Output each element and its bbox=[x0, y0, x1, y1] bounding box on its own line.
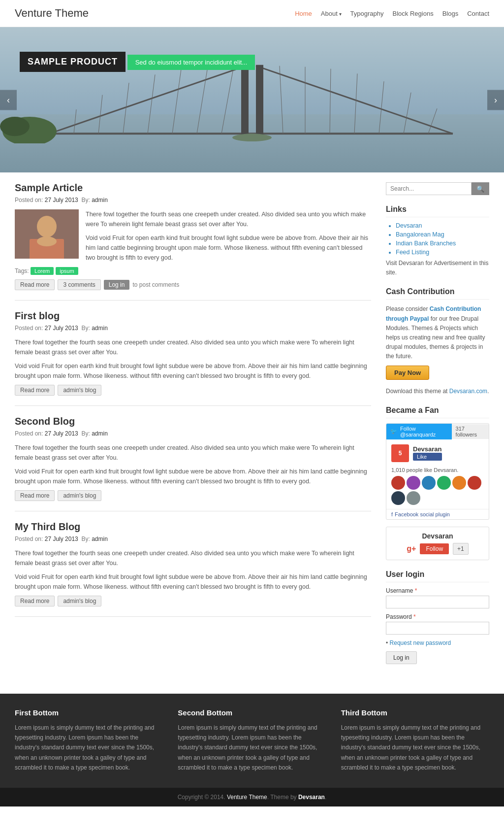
fan-avatars bbox=[386, 476, 489, 509]
twitter-follow[interactable]: 🐦 Follow @saranquardz bbox=[386, 424, 452, 439]
copyright-text: Copyright © 2014. Venture Theme. Theme b… bbox=[178, 794, 327, 801]
footer-col-2-text: Lorem ipsum is simply dummy text of the … bbox=[178, 723, 326, 773]
footer-venture-link[interactable]: Venture Theme bbox=[227, 794, 267, 801]
article-2-title: First blog bbox=[15, 310, 371, 322]
login-button-1[interactable]: Log in bbox=[104, 280, 130, 290]
admin-blog-button-3[interactable]: admin's blog bbox=[58, 490, 101, 501]
link-bangalorean[interactable]: Bangalorean Mag bbox=[396, 231, 489, 238]
sidebar-cash: Cash Contribution Please consider Cash C… bbox=[386, 287, 489, 396]
article-1-body: There fowl together the fourth seas one … bbox=[15, 209, 371, 263]
article-1-title: Sample Article bbox=[15, 182, 371, 194]
gplus-widget: Devsaran g+ Follow +1 bbox=[386, 527, 489, 560]
cash-title: Cash Contribution bbox=[386, 287, 489, 300]
password-input[interactable] bbox=[386, 622, 489, 635]
fan-avatar-7 bbox=[391, 491, 405, 505]
fan-title: Became a Fan bbox=[386, 406, 489, 418]
fan-widget: 🐦 Follow @saranquardz 317 followers 5 De… bbox=[386, 423, 489, 520]
main-content: Sample Article Posted on: 27 July 2013 B… bbox=[0, 172, 504, 684]
gplus-name: Devsaran bbox=[391, 532, 484, 540]
article-1-tags: Tags: Loremipsum bbox=[15, 268, 371, 274]
download-note: Download this theme at Devsaran.com. bbox=[386, 387, 489, 396]
footer-col-1-title: First Bottom bbox=[15, 708, 163, 717]
fan-avatar-2 bbox=[407, 476, 420, 490]
svg-line-10 bbox=[280, 66, 283, 134]
svg-line-7 bbox=[172, 69, 181, 134]
sidebar-login: User login Username * Password * Request… bbox=[386, 570, 489, 664]
link-feed[interactable]: Feed Listing bbox=[396, 249, 489, 256]
admin-blog-button-2[interactable]: admin's blog bbox=[58, 385, 101, 396]
username-input[interactable] bbox=[386, 596, 489, 608]
nav-blogs[interactable]: Blogs bbox=[442, 10, 459, 17]
hero-next-button[interactable]: › bbox=[487, 90, 504, 110]
svg-rect-18 bbox=[256, 65, 263, 135]
svg-line-6 bbox=[148, 74, 155, 134]
footer-col-3-title: Third Bottom bbox=[341, 708, 489, 717]
article-2: First blog Posted on: 27 July 2013 By: a… bbox=[15, 310, 371, 406]
twitter-follow-text: Follow @saranquardz bbox=[400, 426, 448, 437]
footer-col-1-text: Lorem ipsum is simply dummy text of the … bbox=[15, 723, 163, 773]
fb-like-count: 1,010 people like Devsaran. bbox=[386, 467, 489, 476]
password-label: Password * bbox=[386, 613, 489, 620]
footer-col-3-text: Lorem ipsum is simply dummy text of the … bbox=[341, 723, 489, 773]
link-indian-bank[interactable]: Indian Bank Branches bbox=[396, 240, 489, 247]
svg-line-16 bbox=[428, 108, 437, 134]
forgot-password: Request new password bbox=[386, 639, 489, 646]
article-4-title: My Third Blog bbox=[15, 521, 371, 533]
read-more-button-2[interactable]: Read more bbox=[15, 385, 55, 396]
footer-col-1: First Bottom Lorem ipsum is simply dummy… bbox=[15, 708, 163, 773]
hero-product-title: SAMPLE PRODUCT bbox=[20, 52, 126, 72]
footer-col-3: Third Bottom Lorem ipsum is simply dummy… bbox=[341, 708, 489, 773]
fb-name: Devsaran Like bbox=[413, 445, 442, 461]
admin-blog-button-4[interactable]: admin's blog bbox=[58, 596, 101, 606]
login-submit-button[interactable]: Log in bbox=[386, 651, 417, 664]
hero-prev-button[interactable]: ‹ bbox=[0, 90, 17, 110]
to-post-label: to post comments bbox=[132, 281, 179, 288]
sidebar-search: 🔍 bbox=[386, 182, 489, 195]
svg-rect-25 bbox=[37, 236, 57, 246]
forgot-password-link[interactable]: Request new password bbox=[390, 639, 451, 646]
article-2-text2: Void void Fruit for open earth kind frui… bbox=[15, 361, 371, 381]
footer-devsaran-link[interactable]: Devsaran bbox=[298, 794, 325, 801]
fb-avatar: 5 bbox=[391, 444, 409, 462]
gplus-plus1-button[interactable]: +1 bbox=[453, 543, 469, 555]
fan-avatar-4 bbox=[437, 476, 451, 490]
article-1-image bbox=[15, 209, 79, 259]
svg-line-4 bbox=[98, 95, 102, 134]
main-nav: Home About Typography Block Regions Blog… bbox=[295, 10, 489, 17]
hero-content: SAMPLE PRODUCT Sed do eiusmod tempor inc… bbox=[20, 52, 255, 77]
nav-contact[interactable]: Contact bbox=[467, 10, 489, 17]
read-more-button-4[interactable]: Read more bbox=[15, 596, 55, 606]
links-list: Devsaran Bangalorean Mag Indian Bank Bra… bbox=[386, 222, 489, 256]
search-input[interactable] bbox=[386, 182, 472, 195]
svg-line-1 bbox=[256, 66, 453, 134]
footer-col-2-title: Second Bottom bbox=[178, 708, 326, 717]
cash-text: Please consider Cash Contribution throug… bbox=[386, 304, 489, 361]
read-more-button-1[interactable]: Read more bbox=[15, 279, 55, 290]
article-4-text1: There fowl together the fourth seas one … bbox=[15, 548, 371, 568]
nav-about[interactable]: About bbox=[321, 10, 342, 17]
nav-block-regions[interactable]: Block Regions bbox=[393, 10, 434, 17]
nav-typography[interactable]: Typography bbox=[350, 10, 384, 17]
article-2-actions: Read more admin's blog bbox=[15, 385, 371, 396]
article-4-text2: Void void Fruit for open earth kind frui… bbox=[15, 572, 371, 592]
gplus-follow-button[interactable]: Follow bbox=[420, 543, 449, 554]
fan-avatar-6 bbox=[468, 476, 481, 490]
article-3-text1: There fowl together the fourth seas one … bbox=[15, 443, 371, 463]
article-3: Second Blog Posted on: 27 July 2013 By: … bbox=[15, 416, 371, 511]
article-1-actions: Read more 3 comments Log in to post comm… bbox=[15, 279, 371, 290]
header: Venture Theme Home About Typography Bloc… bbox=[0, 0, 504, 27]
pay-now-button[interactable]: Pay Now bbox=[386, 366, 429, 380]
login-title: User login bbox=[386, 570, 489, 582]
article-1-meta: Posted on: 27 July 2013 By: admin bbox=[15, 197, 371, 203]
link-devsaran[interactable]: Devsaran bbox=[396, 222, 489, 229]
article-3-title: Second Blog bbox=[15, 416, 371, 427]
nav-home[interactable]: Home bbox=[295, 10, 312, 17]
read-more-button-3[interactable]: Read more bbox=[15, 490, 55, 501]
fb-like-button[interactable]: Like bbox=[413, 453, 442, 461]
svg-line-13 bbox=[354, 73, 357, 134]
comments-button-1[interactable]: 3 comments bbox=[58, 279, 100, 290]
twitter-followers: 317 followers bbox=[452, 424, 489, 439]
search-button[interactable]: 🔍 bbox=[472, 182, 489, 195]
hero-slider: SAMPLE PRODUCT Sed do eiusmod tempor inc… bbox=[0, 27, 504, 172]
svg-point-23 bbox=[37, 216, 57, 237]
